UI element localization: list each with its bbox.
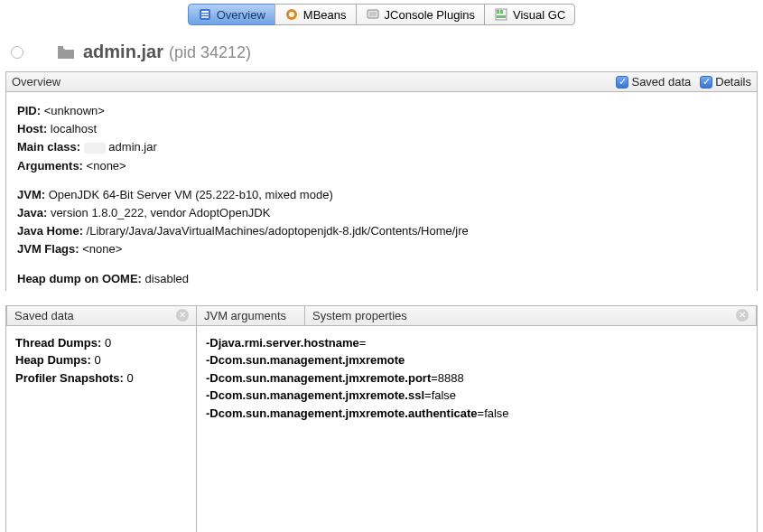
jvm-arg-sep: = (478, 406, 485, 420)
jvm-arg-value: 8888 (438, 371, 464, 385)
profiler-snapshots-value: 0 (127, 371, 134, 385)
tab-jconsole-plugins[interactable]: JConsole Plugins (356, 4, 485, 25)
heap-dumps-label: Heap Dumps: (15, 353, 91, 367)
profiler-snapshots-label: Profiler Snapshots: (15, 371, 124, 385)
system-properties-label: System properties (312, 309, 407, 322)
jvm-arguments-label: JVM arguments (204, 309, 286, 322)
pid-label: PID: (17, 104, 41, 117)
redacted-block (84, 143, 106, 154)
tab-mbeans[interactable]: MBeans (274, 4, 357, 25)
system-properties-tab[interactable]: System properties ✕ (304, 305, 757, 326)
saved-data-title: Saved data (14, 309, 74, 322)
javahome-value: /Library/Java/JavaVirtualMachines/adopto… (87, 224, 469, 238)
overview-icon (198, 7, 212, 22)
saved-data-header: Saved data ✕ (6, 305, 196, 326)
jvm-arg-key: -Dcom.sun.management.jmxremote.authentic… (206, 406, 478, 420)
tab-label: Overview (217, 8, 265, 22)
svg-rect-1 (201, 11, 209, 13)
clear-icon[interactable]: ✕ (736, 309, 749, 322)
application-icon (56, 42, 76, 62)
details-panel: PID: <unknown> Host: localhost Main clas… (5, 92, 758, 291)
svg-rect-9 (497, 10, 499, 14)
saved-data-panel: Saved data ✕ Thread Dumps: 0 Heap Dumps:… (6, 305, 196, 532)
thread-dumps-value: 0 (105, 336, 111, 350)
saved-data-body: Thread Dumps: 0 Heap Dumps: 0 Profiler S… (6, 326, 196, 532)
svg-rect-3 (201, 16, 209, 18)
clear-icon[interactable]: ✕ (176, 309, 189, 322)
mainclass-value: admin.jar (108, 140, 156, 154)
visualgc-icon (494, 7, 508, 22)
java-label: Java: (17, 206, 47, 219)
pid-value: <unknown> (44, 104, 105, 117)
jvm-arguments-tab[interactable]: JVM arguments (196, 305, 304, 326)
top-tab-bar: Overview MBeans JConsole Plugins Visual … (0, 0, 763, 25)
tab-visual-gc[interactable]: Visual GC (484, 4, 575, 25)
jconsole-icon (366, 7, 380, 22)
svg-rect-10 (500, 10, 503, 14)
page-subtitle-pid: (pid 34212) (169, 43, 251, 62)
mbeans-icon (284, 7, 299, 22)
oome-value: disabled (145, 272, 189, 285)
checkbox-checked-icon: ✓ (616, 76, 628, 89)
close-icon[interactable] (11, 46, 23, 59)
host-value: localhost (51, 122, 97, 135)
details-label: Details (715, 75, 751, 89)
jvm-arg-key: -Dcom.sun.management.jmxremote.ssl (206, 388, 424, 402)
sub-panels: Saved data ✕ Thread Dumps: 0 Heap Dumps:… (5, 305, 758, 532)
jvmflags-value: <none> (82, 242, 122, 256)
jvm-arg-sep: = (431, 371, 438, 385)
overview-title: Overview (12, 75, 607, 89)
jvm-arg-sep: = (424, 388, 432, 402)
jvm-arg-key: -Dcom.sun.management.jmxremote (206, 353, 405, 367)
arguments-label: Arguments: (17, 159, 83, 173)
arguments-panel: JVM arguments System properties ✕ -Djava… (196, 305, 757, 532)
tab-label: MBeans (303, 8, 347, 22)
jvm-arg-key: -Dcom.sun.management.jmxremote.port (206, 371, 431, 385)
saved-data-label: Saved data (631, 75, 691, 89)
tab-label: Visual GC (513, 8, 565, 22)
thread-dumps-label: Thread Dumps: (15, 336, 101, 350)
svg-rect-11 (497, 15, 506, 18)
jvm-arguments-body: -Djava.rmi.server.hostname= -Dcom.sun.ma… (196, 326, 757, 532)
details-toggle[interactable]: ✓ Details (700, 75, 751, 89)
svg-rect-2 (201, 14, 209, 15)
arguments-value: <none> (87, 159, 126, 173)
mainclass-label: Main class: (17, 140, 80, 154)
header-row: admin.jar (pid 34212) (0, 25, 763, 71)
java-value: version 1.8.0_222, vendor AdoptOpenJDK (51, 206, 271, 219)
oome-label: Heap dump on OOME: (17, 272, 142, 285)
saved-data-toggle[interactable]: ✓ Saved data (616, 75, 691, 89)
jvm-arg-sep: = (359, 336, 367, 350)
overview-section-header: Overview ✓ Saved data ✓ Details (5, 71, 758, 92)
tab-label: JConsole Plugins (385, 8, 475, 22)
jvm-arg-value: false (484, 406, 508, 420)
jvmflags-label: JVM Flags: (17, 242, 79, 256)
jvm-value: OpenJDK 64-Bit Server VM (25.222-b10, mi… (49, 188, 333, 201)
javahome-label: Java Home: (17, 224, 83, 238)
checkbox-checked-icon: ✓ (700, 76, 712, 89)
jvm-arg-value: false (432, 388, 456, 402)
tab-overview[interactable]: Overview (188, 4, 275, 25)
heap-dumps-value: 0 (94, 353, 100, 367)
page-title: admin.jar (83, 42, 163, 62)
jvm-label: JVM: (17, 188, 45, 201)
svg-point-5 (289, 12, 294, 17)
host-label: Host: (17, 122, 47, 135)
jvm-arg-key: -Djava.rmi.server.hostname (206, 336, 359, 350)
svg-rect-12 (58, 46, 63, 49)
svg-rect-7 (369, 12, 377, 16)
